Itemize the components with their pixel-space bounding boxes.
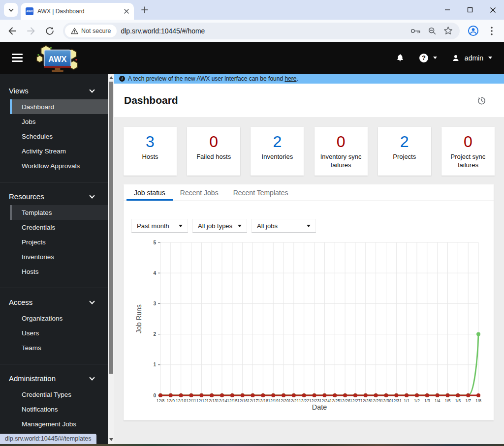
svg-text:12/23: 12/23 xyxy=(309,398,320,403)
svg-text:12/17: 12/17 xyxy=(248,398,258,403)
sidebar-item-credential-types[interactable]: Credential Types xyxy=(10,387,108,402)
url-text: dlp.srv.world:10445/#/home xyxy=(121,27,407,35)
sidebar-group-views[interactable]: Views xyxy=(0,82,108,99)
svg-text:1/3: 1/3 xyxy=(424,398,430,403)
tab-job-status[interactable]: Job status xyxy=(126,184,173,201)
reload-button[interactable] xyxy=(41,23,58,39)
chevron-down-icon xyxy=(8,7,13,12)
history-button[interactable] xyxy=(477,96,486,105)
sidebar-item-notifications[interactable]: Notifications xyxy=(10,402,108,416)
svg-text:12/13: 12/13 xyxy=(207,398,218,403)
menu-dots-icon[interactable] xyxy=(483,23,500,39)
sidebar-item-inventories[interactable]: Inventories xyxy=(10,249,108,264)
sidebar-group-resources[interactable]: Resources xyxy=(0,187,108,205)
stat-card-projects[interactable]: 2 Projects xyxy=(378,127,431,176)
browser-tab[interactable]: AWX AWX | Dashboard xyxy=(21,3,134,20)
sidebar-item-users[interactable]: Users xyxy=(10,326,108,340)
hamburger-menu-button[interactable] xyxy=(12,54,23,62)
sidebar-item-templates[interactable]: Templates xyxy=(10,205,108,220)
not-secure-chip[interactable]: Not secure xyxy=(65,25,117,37)
svg-text:1/7: 1/7 xyxy=(465,398,471,403)
awx-favicon: AWX xyxy=(26,7,33,15)
svg-text:12/29: 12/29 xyxy=(371,398,381,403)
svg-text:1/8: 1/8 xyxy=(475,398,481,403)
svg-text:0: 0 xyxy=(153,393,156,398)
svg-text:12/31: 12/31 xyxy=(391,398,402,403)
sidebar-group-access[interactable]: Access xyxy=(0,293,108,311)
svg-text:12/8: 12/8 xyxy=(157,398,165,403)
browser-toolbar: Not secure dlp.srv.world:10445/#/home xyxy=(0,20,504,42)
forward-button[interactable] xyxy=(23,23,39,39)
svg-text:12/16: 12/16 xyxy=(237,398,248,403)
svg-text:1/4: 1/4 xyxy=(435,398,441,403)
help-icon: ? xyxy=(419,54,428,62)
svg-text:12/25: 12/25 xyxy=(330,398,341,403)
chevron-down-icon xyxy=(89,298,94,304)
tab-recent-jobs[interactable]: Recent Jobs xyxy=(173,184,226,201)
tech-preview-link[interactable]: here xyxy=(284,75,296,82)
stat-card-project-sync-failures[interactable]: 0 Project sync failures xyxy=(441,127,495,176)
bookmark-star-icon[interactable] xyxy=(443,26,453,35)
address-bar[interactable]: Not secure dlp.srv.world:10445/#/home xyxy=(63,23,460,39)
chart-filters: Past month All job types All jobs xyxy=(131,219,494,233)
svg-text:12/28: 12/28 xyxy=(360,398,371,403)
user-icon xyxy=(452,54,460,62)
svg-text:5: 5 xyxy=(153,240,156,245)
svg-text:12/9: 12/9 xyxy=(167,398,175,403)
stat-card-inventory-sync-failures[interactable]: 0 Inventory sync failures xyxy=(315,127,368,176)
page-scrollbar[interactable] xyxy=(108,74,114,446)
svg-text:12/12: 12/12 xyxy=(196,398,207,403)
sidebar-item-schedules[interactable]: Schedules xyxy=(10,129,108,144)
sidebar-item-jobs[interactable]: Jobs xyxy=(10,114,108,129)
sidebar-item-hosts[interactable]: Hosts xyxy=(10,264,108,279)
tab-close-icon[interactable] xyxy=(123,8,130,15)
stat-card-failed-hosts[interactable]: 0 Failed hosts xyxy=(187,127,240,176)
scroll-down-arrow[interactable] xyxy=(108,436,114,443)
stat-card-inventories[interactable]: 2 Inventories xyxy=(251,127,304,176)
key-icon[interactable] xyxy=(410,28,421,34)
chevron-down-icon xyxy=(89,375,94,380)
svg-text:1/2: 1/2 xyxy=(414,398,420,403)
dashboard-stat-cards: 3 Hosts 0 Failed hosts 2 Inventories 0 I… xyxy=(124,127,495,176)
sidebar-nav: Views Dashboard Jobs Schedules Activity … xyxy=(0,74,108,446)
period-select[interactable]: Past month xyxy=(131,219,188,233)
history-icon xyxy=(477,96,486,105)
scrollbar-thumb[interactable] xyxy=(109,82,113,374)
profile-avatar-icon[interactable] xyxy=(465,23,481,39)
sidebar-item-credentials[interactable]: Credentials xyxy=(10,220,108,235)
help-menu-button[interactable]: ? xyxy=(419,54,437,62)
panel-tabs: Job status Recent Jobs Recent Templates xyxy=(124,184,494,201)
job-filter-select[interactable]: All jobs xyxy=(252,219,316,233)
notifications-button[interactable] xyxy=(396,53,405,62)
page-title: Dashboard xyxy=(124,94,178,106)
sidebar-item-organizations[interactable]: Organizations xyxy=(10,311,108,326)
stat-card-hosts[interactable]: 3 Hosts xyxy=(124,127,177,176)
sidebar-item-projects[interactable]: Projects xyxy=(10,235,108,249)
sidebar-item-management-jobs[interactable]: Management Jobs xyxy=(10,416,108,431)
new-tab-button[interactable] xyxy=(141,6,149,14)
sidebar-item-activity-stream[interactable]: Activity Stream xyxy=(10,144,108,158)
svg-text:12/24: 12/24 xyxy=(319,398,330,403)
back-button[interactable] xyxy=(4,23,21,39)
job-type-select[interactable]: All job types xyxy=(192,219,247,233)
minimize-button[interactable] xyxy=(436,0,459,20)
svg-text:12/10: 12/10 xyxy=(176,398,187,403)
close-window-button[interactable] xyxy=(481,0,504,20)
caret-down-icon xyxy=(433,57,437,59)
sidebar-item-workflow-approvals[interactable]: Workflow Approvals xyxy=(10,158,108,173)
user-menu-button[interactable]: admin xyxy=(452,54,492,62)
tab-search-button[interactable] xyxy=(4,3,18,17)
svg-text:12/20: 12/20 xyxy=(278,398,289,403)
sidebar-item-dashboard[interactable]: Dashboard xyxy=(10,99,108,114)
tech-preview-banner: i A tech preview of the new AWX user int… xyxy=(114,74,504,84)
awx-logo[interactable]: AWX xyxy=(33,44,81,72)
tab-recent-templates[interactable]: Recent Templates xyxy=(226,184,296,201)
maximize-button[interactable] xyxy=(459,0,481,20)
sidebar-item-teams[interactable]: Teams xyxy=(10,340,108,355)
zoom-icon[interactable] xyxy=(428,27,437,35)
svg-text:12/26: 12/26 xyxy=(340,398,350,403)
svg-text:12/19: 12/19 xyxy=(268,398,279,403)
svg-text:Job Runs: Job Runs xyxy=(135,304,143,333)
scroll-up-arrow[interactable] xyxy=(108,74,114,81)
sidebar-group-administration[interactable]: Administration xyxy=(0,369,108,387)
